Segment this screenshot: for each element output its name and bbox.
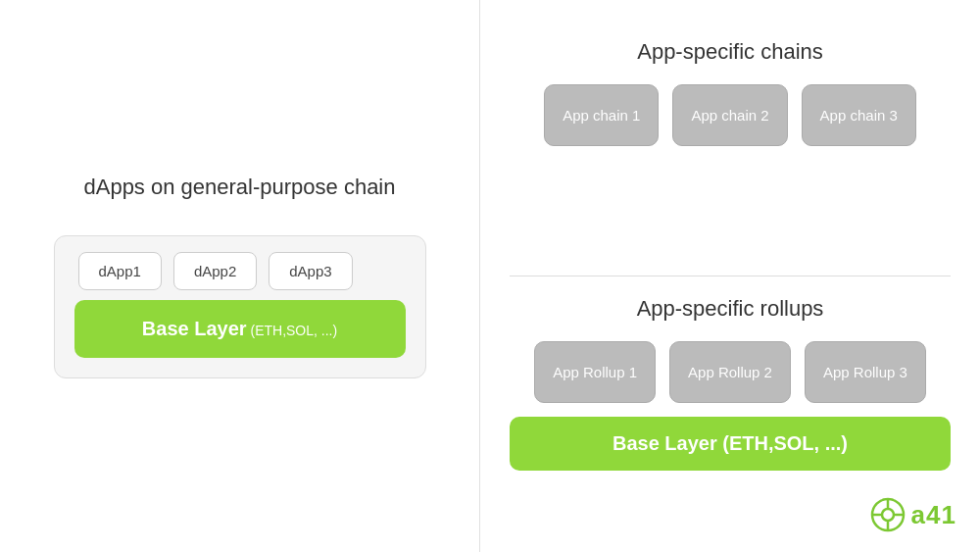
app-rollup-3-box: App Rollup 3: [805, 341, 926, 403]
general-chain-diagram: dApp1 dApp2 dApp3 Base Layer (ETH,SOL, .…: [54, 235, 426, 378]
rollups-row: App Rollup 1 App Rollup 2 App Rollup 3: [510, 341, 951, 403]
app-chain-1-box: App chain 1: [544, 84, 659, 146]
app-chain-2-box: App chain 2: [672, 84, 787, 146]
app-chain-3-box: App chain 3: [802, 84, 916, 146]
app-rollup-2-box: App Rollup 2: [669, 341, 791, 403]
right-base-layer-sub: (ETH,SOL, ...): [717, 432, 848, 454]
left-base-layer: Base Layer (ETH,SOL, ...): [74, 300, 406, 358]
slide: dApps on general-purpose chain dApp1 dAp…: [0, 0, 980, 552]
left-panel: dApps on general-purpose chain dApp1 dAp…: [0, 0, 480, 552]
svg-point-1: [882, 509, 894, 521]
dapp3-box: dApp3: [269, 252, 352, 290]
right-panel: App-specific chains App chain 1 App chai…: [480, 0, 980, 552]
dapps-row: dApp1 dApp2 dApp3: [74, 252, 406, 290]
a41-logo-icon: [870, 497, 906, 532]
right-base-layer-text: Base Layer: [612, 432, 717, 454]
app-chains-section: App-specific chains App chain 1 App chai…: [510, 29, 951, 276]
left-base-layer-sub: (ETH,SOL, ...): [247, 323, 338, 338]
logo: a41: [870, 497, 956, 532]
dapp2-box: dApp2: [173, 252, 257, 290]
left-base-layer-text: Base Layer: [142, 318, 247, 339]
app-chains-title: App-specific chains: [510, 39, 951, 65]
dapp1-box: dApp1: [78, 252, 162, 290]
right-base-layer: Base Layer (ETH,SOL, ...): [510, 417, 951, 471]
logo-text: a41: [911, 500, 956, 530]
left-panel-title: dApps on general-purpose chain: [83, 175, 395, 200]
app-rollup-1-box: App Rollup 1: [534, 341, 656, 403]
app-rollups-section: App-specific rollups App Rollup 1 App Ro…: [510, 276, 951, 523]
app-rollups-title: App-specific rollups: [510, 296, 951, 322]
chains-row: App chain 1 App chain 2 App chain 3: [510, 84, 951, 146]
